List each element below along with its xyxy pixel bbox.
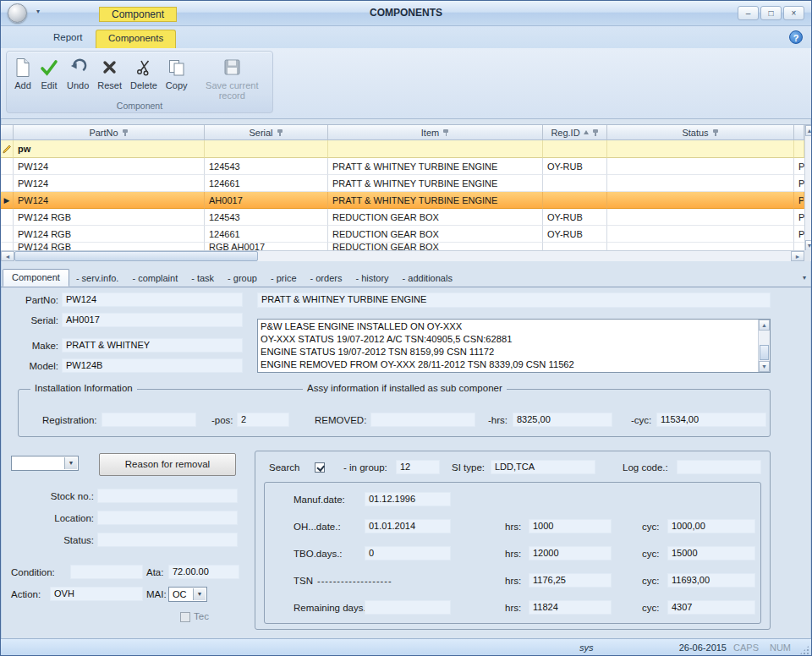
status-combo[interactable]: ▼ bbox=[11, 456, 79, 471]
cell-status[interactable] bbox=[607, 175, 794, 192]
table-row[interactable]: PW124 RGB 124543 REDUCTION GEAR BOX OY-R… bbox=[1, 209, 804, 226]
removed-field[interactable] bbox=[370, 413, 475, 427]
registration-field[interactable] bbox=[102, 413, 196, 427]
column-header-serial[interactable]: Serial bbox=[205, 125, 328, 140]
quick-access-dropdown-icon[interactable]: ▾ bbox=[36, 8, 40, 15]
serial-field[interactable]: AH0017 bbox=[62, 313, 243, 327]
partno-field[interactable]: PW124 bbox=[62, 292, 243, 307]
cell-extra[interactable]: P bbox=[794, 175, 804, 192]
cell-partno[interactable]: PW124 bbox=[14, 175, 205, 192]
in-group-field[interactable]: 12 bbox=[396, 460, 440, 474]
tsn-hrs-field[interactable]: 1176,25 bbox=[529, 573, 612, 588]
cell-regid[interactable]: OY-RUB bbox=[543, 209, 607, 226]
remaining-days-field[interactable] bbox=[365, 600, 451, 615]
oh-hrs-field[interactable]: 1000 bbox=[529, 519, 612, 533]
filter-extra-cell[interactable] bbox=[794, 140, 804, 158]
cell-serial[interactable]: 124661 bbox=[205, 175, 328, 192]
cell-regid[interactable] bbox=[543, 175, 607, 192]
location-field[interactable] bbox=[97, 511, 238, 525]
cell-partno[interactable]: PW124 RGB bbox=[14, 209, 205, 226]
item-name-field[interactable]: PRATT & WHITNEY TURBINE ENGINE bbox=[257, 292, 771, 308]
oh-cyc-field[interactable]: 1000,00 bbox=[667, 519, 755, 533]
cell-item[interactable]: REDUCTION GEAR BOX bbox=[328, 226, 543, 243]
tabstrip-dropdown-icon[interactable]: ▾ bbox=[803, 274, 806, 282]
tab-additionals[interactable]: - additionals bbox=[396, 271, 459, 287]
tab-complaint[interactable]: - complaint bbox=[125, 271, 184, 287]
cell-status[interactable] bbox=[607, 158, 794, 175]
search-checkbox[interactable] bbox=[315, 462, 325, 473]
chevron-down-icon[interactable]: ▼ bbox=[193, 588, 206, 600]
undo-button[interactable]: Undo bbox=[63, 53, 93, 92]
cell-status[interactable] bbox=[607, 192, 794, 209]
cell-serial[interactable]: 124543 bbox=[205, 158, 328, 175]
pin-icon[interactable] bbox=[277, 128, 283, 136]
tab-serv-info[interactable]: - serv.info. bbox=[69, 271, 126, 287]
cell-extra[interactable]: P bbox=[794, 226, 804, 243]
tbo-cyc-field[interactable]: 15000 bbox=[667, 546, 755, 560]
save-record-button[interactable]: Save current record bbox=[192, 53, 272, 102]
horizontal-scrollbar[interactable]: ◄ ► bbox=[1, 250, 804, 261]
delete-button[interactable]: Delete bbox=[126, 53, 162, 92]
column-header-partno[interactable]: PartNo bbox=[14, 125, 205, 140]
cell-item[interactable]: REDUCTION GEAR BOX bbox=[328, 209, 543, 226]
table-row[interactable]: PW124 124661 PRATT & WHITNEY TURBINE ENG… bbox=[1, 175, 804, 192]
stock-field[interactable] bbox=[97, 489, 238, 503]
filter-partno-cell[interactable]: pw bbox=[14, 140, 205, 158]
cell-item[interactable]: PRATT & WHITNEY TURBINE ENGINE bbox=[328, 175, 543, 192]
model-field[interactable]: PW124B bbox=[62, 358, 243, 373]
filter-item-cell[interactable] bbox=[328, 140, 543, 158]
scroll-down-icon[interactable]: ▼ bbox=[759, 361, 770, 372]
remaining-hrs-field[interactable]: 11824 bbox=[529, 600, 612, 615]
cell-status[interactable] bbox=[607, 226, 794, 243]
cell-serial[interactable]: AH0017 bbox=[205, 192, 328, 209]
scroll-left-icon[interactable]: ◄ bbox=[1, 251, 14, 261]
cell-serial[interactable]: 124661 bbox=[205, 226, 328, 243]
scroll-right-icon[interactable]: ► bbox=[791, 251, 804, 261]
tab-component[interactable]: Component bbox=[3, 269, 69, 287]
scrollbar-thumb[interactable] bbox=[760, 345, 769, 360]
tab-components[interactable]: Components bbox=[96, 30, 176, 48]
mai-combo[interactable]: OC ▼ bbox=[168, 587, 207, 602]
column-header-status[interactable]: Status bbox=[607, 125, 794, 140]
table-row[interactable]: PW124 124543 PRATT & WHITNEY TURBINE ENG… bbox=[1, 158, 804, 175]
edit-button[interactable]: Edit bbox=[36, 53, 63, 92]
filter-regid-cell[interactable] bbox=[543, 140, 607, 158]
cell-regid[interactable]: OY-RUB bbox=[543, 158, 607, 175]
pin-icon[interactable] bbox=[122, 128, 129, 136]
scroll-up-icon[interactable]: ▲ bbox=[759, 320, 770, 331]
tab-task[interactable]: - task bbox=[184, 271, 221, 287]
reset-button[interactable]: Reset bbox=[93, 53, 126, 92]
condition-field[interactable] bbox=[70, 565, 143, 579]
chevron-down-icon[interactable]: ▼ bbox=[64, 457, 77, 469]
cell-partno[interactable]: PW124 RGB bbox=[14, 226, 205, 243]
ata-field[interactable]: 72.00.00 bbox=[168, 565, 239, 579]
scrollbar-thumb[interactable] bbox=[14, 251, 258, 261]
tab-orders[interactable]: - orders bbox=[304, 271, 349, 287]
cell-partno[interactable]: PW124 bbox=[14, 158, 205, 175]
tab-history[interactable]: - history bbox=[348, 271, 395, 287]
scroll-up-icon[interactable]: ▲ bbox=[805, 125, 812, 136]
pin-icon[interactable] bbox=[442, 128, 449, 136]
cell-regid[interactable]: OY-RUB bbox=[543, 226, 607, 243]
tbo-days-field[interactable]: 0 bbox=[365, 546, 451, 560]
filter-status-cell[interactable] bbox=[607, 140, 794, 158]
cell-partno[interactable]: PW124 bbox=[14, 192, 205, 209]
install-hrs-field[interactable]: 8325,00 bbox=[513, 413, 612, 427]
filter-serial-cell[interactable] bbox=[205, 140, 328, 158]
make-field[interactable]: PRATT & WHITNEY bbox=[62, 338, 243, 353]
minimize-button[interactable]: – bbox=[738, 6, 759, 20]
table-row-selected[interactable]: ▶ PW124 AH0017 PRATT & WHITNEY TURBINE E… bbox=[1, 192, 804, 209]
column-header-item[interactable]: Item bbox=[328, 125, 543, 140]
tab-price[interactable]: - price bbox=[264, 271, 304, 287]
cell-extra[interactable]: P bbox=[794, 209, 804, 226]
si-type-field[interactable]: LDD,TCA bbox=[491, 460, 595, 474]
scrollbar-track[interactable] bbox=[258, 251, 791, 261]
tbo-hrs-field[interactable]: 12000 bbox=[529, 546, 612, 560]
remaining-cyc-field[interactable]: 4307 bbox=[667, 600, 755, 615]
cell-extra[interactable]: P bbox=[794, 192, 804, 209]
table-row[interactable]: PW124 RGB 124661 REDUCTION GEAR BOX OY-R… bbox=[1, 226, 804, 243]
maximize-button[interactable]: □ bbox=[760, 6, 782, 20]
oh-date-field[interactable]: 01.01.2014 bbox=[365, 519, 451, 533]
notes-scrollbar[interactable]: ▲ ▼ bbox=[758, 320, 770, 372]
tec-checkbox[interactable] bbox=[180, 612, 190, 622]
